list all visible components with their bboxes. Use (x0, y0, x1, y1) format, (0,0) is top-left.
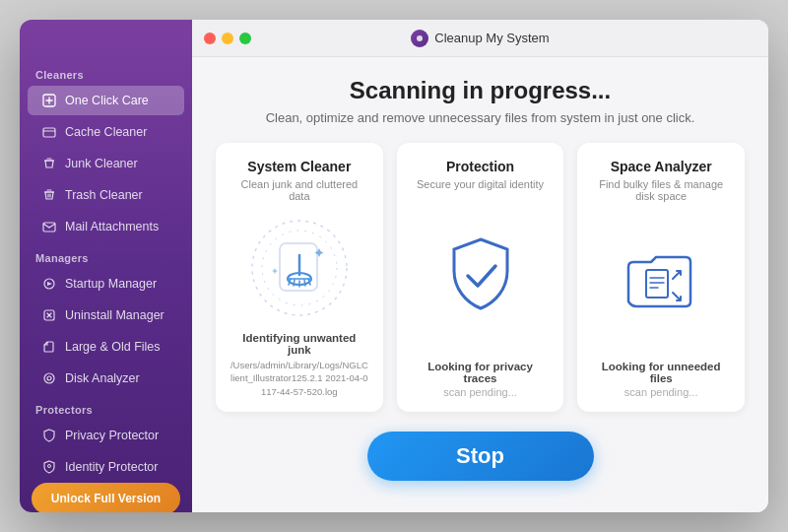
privacy-protector-icon (41, 428, 57, 443)
app-title-text: Cleanup My System (434, 31, 549, 45)
uninstall-manager-icon (41, 307, 57, 323)
sidebar-item-startup-manager[interactable]: Startup Manager (28, 269, 184, 299)
sidebar-item-one-click-care[interactable]: One Click Care (28, 86, 184, 115)
large-old-files-icon (41, 339, 57, 355)
sidebar-label-startup-manager: Startup Manager (65, 277, 157, 291)
content-area: Scanning in progress... Clean, optimize … (192, 57, 768, 512)
cleaners-section-label: Cleaners (20, 59, 192, 85)
one-click-care-icon (41, 93, 57, 108)
system-cleaner-card: System Cleaner Clean junk and cluttered … (216, 143, 383, 412)
scan-title: Scanning in progress... (350, 77, 611, 104)
space-analyzer-illustration (617, 214, 705, 351)
disk-analyzer-icon (41, 370, 57, 386)
space-analyzer-card-title: Space Analyzer (611, 159, 712, 174)
system-cleaner-status: Identifying unwanted junk (230, 332, 369, 356)
sidebar-label-mail-attachments: Mail Attachments (65, 220, 159, 233)
stop-button[interactable]: Stop (367, 432, 594, 481)
sidebar-item-large-old-files[interactable]: Large & Old Files (28, 332, 184, 362)
sidebar-label-disk-analyzer: Disk Analyzer (65, 371, 140, 385)
sidebar-label-uninstall-manager: Uninstall Manager (65, 308, 164, 322)
scan-subtitle: Clean, optimize and remove unnecessary f… (266, 110, 695, 125)
cards-row: System Cleaner Clean junk and cluttered … (216, 143, 745, 412)
sidebar-label-trash-cleaner: Trash Cleaner (65, 188, 143, 202)
titlebar: Cleanup My System (192, 20, 768, 57)
protection-pending: scan pending... (443, 386, 517, 398)
system-cleaner-illustration (245, 214, 354, 322)
space-analyzer-card-subtitle: Find bulky files & manage disk space (591, 178, 731, 202)
app-title-bar: Cleanup My System (411, 30, 549, 47)
protection-illustration (436, 202, 525, 351)
sidebar-item-privacy-protector[interactable]: Privacy Protector (28, 421, 184, 450)
svg-line-27 (304, 280, 305, 286)
cache-cleaner-icon (41, 124, 57, 140)
app-window: Cleaners One Click Care Cache Cleaner (20, 20, 768, 512)
junk-cleaner-icon (41, 156, 57, 171)
space-analyzer-pending: scan pending... (624, 386, 698, 398)
minimize-button[interactable] (222, 33, 233, 44)
protection-card-title: Protection (446, 159, 514, 174)
trash-cleaner-icon (41, 187, 57, 203)
svg-point-16 (48, 465, 51, 468)
sidebar-item-disk-analyzer[interactable]: Disk Analyzer (28, 364, 184, 393)
sidebar-item-mail-attachments[interactable]: Mail Attachments (28, 212, 184, 241)
protection-status: Looking for privacy traces (411, 361, 551, 384)
sidebar-item-uninstall-manager[interactable]: Uninstall Manager (28, 300, 184, 330)
close-button[interactable] (204, 33, 216, 44)
sidebar-label-junk-cleaner: Junk Cleaner (65, 157, 138, 170)
sidebar-label-one-click-care: One Click Care (65, 94, 149, 107)
system-cleaner-card-subtitle: Clean junk and cluttered data (230, 178, 369, 202)
sidebar-label-privacy-protector: Privacy Protector (65, 429, 159, 442)
protectors-section-label: Protectors (20, 394, 192, 420)
spinner (245, 214, 354, 322)
unlock-full-version-button[interactable]: Unlock Full Version (32, 483, 180, 512)
main-content: Cleanup My System Scanning in progress..… (192, 20, 768, 512)
svg-point-15 (47, 376, 51, 380)
app-icon (411, 30, 428, 47)
system-cleaner-card-title: System Cleaner (247, 159, 351, 174)
sidebar-label-large-old-files: Large & Old Files (65, 340, 161, 354)
maximize-button[interactable] (239, 33, 251, 44)
svg-rect-1 (43, 128, 55, 137)
sidebar: Cleaners One Click Care Cache Cleaner (20, 20, 192, 512)
svg-line-25 (294, 280, 295, 286)
svg-rect-29 (646, 270, 668, 298)
sidebar-item-trash-cleaner[interactable]: Trash Cleaner (28, 180, 184, 210)
identity-protector-icon (41, 459, 57, 475)
system-cleaner-path: /Users/admin/Library/Logs/NGLClient_Illu… (230, 359, 369, 398)
sidebar-item-identity-protector[interactable]: Identity Protector (28, 452, 184, 482)
mail-attachments-icon (41, 219, 57, 234)
sidebar-item-cache-cleaner[interactable]: Cache Cleaner (28, 117, 184, 147)
startup-manager-icon (41, 276, 57, 292)
sidebar-item-junk-cleaner[interactable]: Junk Cleaner (28, 149, 184, 178)
protection-card: Protection Secure your digital identity … (397, 143, 564, 412)
space-analyzer-status: Looking for unneeded files (591, 361, 731, 384)
svg-point-17 (417, 35, 423, 41)
svg-point-14 (44, 373, 54, 383)
protection-card-subtitle: Secure your digital identity (417, 178, 544, 190)
space-analyzer-card: Space Analyzer Find bulky files & manage… (577, 143, 745, 412)
window-controls (204, 33, 251, 44)
sidebar-label-identity-protector: Identity Protector (65, 460, 159, 474)
sidebar-label-cache-cleaner: Cache Cleaner (65, 125, 147, 139)
managers-section-label: Managers (20, 242, 192, 268)
